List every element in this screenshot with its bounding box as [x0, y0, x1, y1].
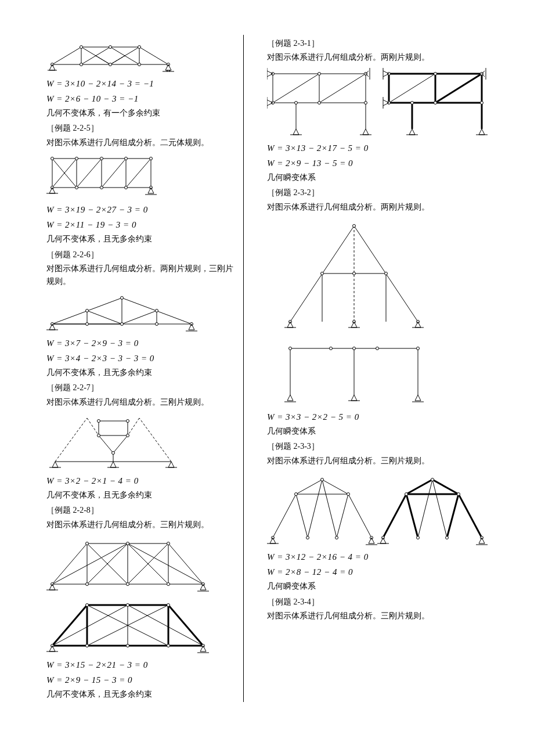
- conclusion-text: 几何不变体系，且无多余约束: [46, 366, 237, 379]
- svg-line-26: [126, 159, 151, 188]
- svg-point-34: [100, 186, 103, 189]
- svg-point-29: [100, 157, 103, 160]
- formula: W = 2×6 − 10 − 3 = −1: [46, 92, 237, 106]
- svg-point-89: [127, 542, 129, 545]
- svg-point-184: [295, 493, 298, 496]
- problem-text: 对图示体系进行几何组成分析。三刚片规则。: [46, 396, 237, 409]
- conclusion-text: 几何不变体系，且无多余约束: [46, 233, 237, 246]
- svg-line-176: [296, 494, 308, 538]
- formula: W = 3×10 − 2×14 − 3 = −1: [46, 77, 237, 91]
- svg-point-12: [109, 46, 112, 49]
- svg-point-102: [86, 645, 89, 647]
- svg-point-200: [457, 493, 460, 496]
- problem-text: 对图示体系进行几何组成分析。两刚片规则，三刚片规则。: [46, 262, 237, 289]
- svg-point-11: [80, 46, 83, 49]
- svg-line-58: [139, 418, 171, 462]
- svg-point-121: [318, 101, 321, 104]
- svg-line-44: [87, 311, 122, 324]
- svg-point-168: [330, 347, 333, 350]
- figure-2-2-6: [46, 292, 197, 333]
- svg-point-103: [127, 645, 129, 647]
- svg-point-153: [353, 224, 356, 227]
- svg-point-51: [86, 309, 89, 312]
- svg-point-47: [86, 322, 89, 325]
- figure-2-3-3: [267, 471, 488, 546]
- svg-line-134: [389, 74, 435, 103]
- svg-point-65: [98, 419, 100, 422]
- left-column: W = 3×10 − 2×14 − 3 = −1 W = 2×6 − 10 − …: [41, 35, 244, 702]
- svg-point-35: [125, 186, 128, 189]
- svg-point-106: [86, 604, 89, 607]
- conclusion-text: 几何瞬变体系: [267, 580, 488, 593]
- svg-line-192: [418, 480, 432, 538]
- svg-rect-61: [99, 421, 128, 435]
- svg-line-45: [122, 311, 157, 324]
- svg-line-131: [435, 74, 482, 103]
- svg-line-25: [102, 159, 126, 188]
- svg-line-62: [99, 435, 113, 453]
- svg-line-59: [128, 418, 139, 435]
- svg-point-139: [434, 101, 437, 104]
- svg-point-17: [169, 70, 170, 71]
- svg-point-27: [51, 157, 54, 160]
- svg-point-84: [86, 583, 89, 586]
- formula: W = 3×15 − 2×21 − 3 = 0: [46, 658, 237, 672]
- svg-line-3: [110, 56, 125, 64]
- svg-line-113: [273, 74, 319, 103]
- svg-point-170: [417, 347, 420, 350]
- svg-point-88: [86, 542, 89, 545]
- problem-text: 对图示体系进行几何组成分析。三刚片规则。: [46, 519, 237, 531]
- example-label: ［例题 2-2-7］: [46, 381, 237, 394]
- svg-line-177: [337, 494, 348, 538]
- svg-point-30: [125, 157, 128, 160]
- svg-point-156: [385, 272, 388, 275]
- svg-point-195: [417, 537, 420, 539]
- problem-text: 对图示体系进行几何组成分析。三刚片规则。: [267, 610, 488, 622]
- svg-point-141: [411, 101, 414, 104]
- svg-point-9: [138, 63, 141, 66]
- right-column: ［例题 2-3-1］ 对图示体系进行几何组成分析。两刚片规则。: [261, 35, 493, 702]
- svg-point-199: [431, 478, 434, 481]
- figure-2-2-7: [46, 412, 180, 470]
- problem-text: 对图示体系进行几何组成分析。两刚片规则。: [267, 51, 488, 64]
- formula: W = 3×7 − 2×9 − 3 = 0: [46, 336, 237, 350]
- svg-point-66: [127, 419, 129, 422]
- svg-line-100: [128, 605, 203, 646]
- svg-line-179: [322, 480, 337, 538]
- figure-2-3-1: [267, 68, 488, 138]
- svg-line-99: [52, 605, 128, 646]
- svg-point-28: [75, 157, 78, 160]
- svg-point-49: [156, 322, 158, 325]
- formula: W = 2×9 − 15 − 3 = 0: [46, 673, 237, 687]
- svg-point-16: [167, 70, 168, 71]
- example-label: ［例题 2-3-1］: [267, 37, 488, 50]
- svg-point-185: [321, 478, 324, 481]
- svg-point-33: [75, 186, 78, 189]
- svg-point-140: [481, 101, 484, 104]
- svg-point-182: [335, 537, 338, 539]
- formula: W = 2×11 − 19 − 3 = 0: [46, 218, 237, 232]
- svg-point-90: [167, 542, 170, 545]
- svg-point-198: [405, 493, 408, 496]
- figure-2-2-8b: [46, 596, 209, 654]
- conclusion-text: 几何瞬变体系: [267, 171, 488, 184]
- svg-point-196: [446, 537, 449, 539]
- example-label: ［例题 2-3-3］: [267, 440, 488, 453]
- svg-line-2: [96, 56, 110, 64]
- svg-point-136: [434, 72, 437, 75]
- page-columns: W = 3×10 − 2×14 − 3 = −1 W = 2×6 − 10 − …: [41, 35, 493, 702]
- svg-point-154: [321, 272, 324, 275]
- figure-2-3-2b: [267, 337, 441, 406]
- svg-line-57: [87, 418, 99, 435]
- svg-point-67: [98, 434, 100, 437]
- svg-line-24: [77, 159, 102, 188]
- svg-point-171: [353, 347, 356, 350]
- formula: W = 3×4 − 2×3 − 3 − 3 = 0: [46, 351, 237, 365]
- svg-line-56: [55, 418, 87, 462]
- figure-2-2-4b: [46, 38, 174, 73]
- svg-line-114: [319, 74, 366, 103]
- formula: W = 3×13 − 2×17 − 5 = 0: [267, 141, 488, 155]
- svg-point-155: [353, 272, 356, 275]
- example-label: ［例题 2-3-4］: [267, 596, 488, 609]
- svg-line-63: [113, 435, 128, 453]
